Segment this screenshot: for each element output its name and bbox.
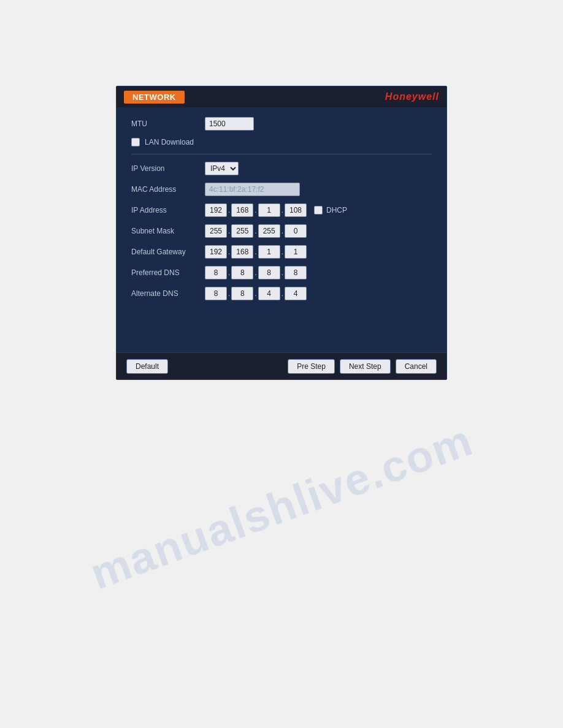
dhcp-row: DHCP [314, 206, 347, 214]
pdns-octet-3[interactable] [258, 266, 280, 279]
pre-step-button[interactable]: Pre Step [288, 359, 335, 374]
adns-dot-2: . [255, 289, 256, 298]
dhcp-checkbox[interactable] [314, 206, 323, 214]
adns-octet-4[interactable] [285, 287, 307, 300]
pdns-octet-4[interactable] [285, 266, 307, 279]
ip-dot-2: . [255, 206, 256, 214]
mtu-row: MTU [131, 117, 432, 131]
pdns-dot-1: . [228, 268, 230, 277]
watermark: manualshlive.com [84, 414, 480, 599]
title-bar: NETWORK Honeywell [117, 86, 446, 107]
pdns-dot-3: . [282, 268, 283, 277]
ip-octet-2[interactable] [231, 203, 253, 217]
gw-octet-3[interactable] [258, 245, 280, 259]
gw-dot-3: . [282, 248, 283, 256]
gateway-label: Default Gateway [131, 248, 205, 256]
subnet-octet-4[interactable] [285, 224, 307, 238]
ip-dot-3: . [282, 206, 283, 214]
brand-logo: Honeywell [385, 91, 439, 102]
mac-label: MAC Address [131, 185, 205, 194]
alt-dns-row: Alternate DNS . . . [131, 287, 432, 300]
subnet-dot-2: . [255, 227, 256, 235]
dhcp-label: DHCP [326, 206, 347, 214]
ip-octet-1[interactable] [205, 203, 227, 217]
gw-dot-1: . [228, 248, 230, 256]
ip-version-label: IP Version [131, 164, 205, 173]
pdns-octet-1[interactable] [205, 266, 227, 279]
subnet-octet-2[interactable] [231, 224, 253, 238]
adns-octet-2[interactable] [231, 287, 253, 300]
ip-octet-3[interactable] [258, 203, 280, 217]
mac-address-row: MAC Address [131, 183, 432, 196]
pdns-octet-2[interactable] [231, 266, 253, 279]
cancel-button[interactable]: Cancel [396, 359, 437, 374]
subnet-fields: . . . [205, 224, 307, 238]
next-step-button[interactable]: Next Step [340, 359, 391, 374]
subnet-octet-1[interactable] [205, 224, 227, 238]
alt-dns-fields: . . . [205, 287, 307, 300]
adns-octet-1[interactable] [205, 287, 227, 300]
ip-version-row: IP Version IPv4 [131, 162, 432, 175]
subnet-label: Subnet Mask [131, 227, 205, 235]
lan-download-row: LAN Download [131, 138, 432, 146]
gateway-row: Default Gateway . . . [131, 245, 432, 259]
adns-dot-1: . [228, 289, 230, 298]
mac-input [205, 183, 300, 196]
preferred-dns-row: Preferred DNS . . . [131, 266, 432, 279]
lan-download-label: LAN Download [145, 138, 194, 146]
dialog-content: MTU LAN Download IP Version IPv4 MAC Add… [117, 107, 446, 352]
mtu-input[interactable] [205, 117, 254, 131]
ip-dot-1: . [228, 206, 230, 214]
dialog-title: NETWORK [124, 91, 185, 104]
ip-address-row: IP Address . . . DHCP [131, 203, 432, 217]
subnet-dot-3: . [282, 227, 283, 235]
footer-left: Default [126, 359, 288, 374]
gw-octet-2[interactable] [231, 245, 253, 259]
gw-octet-1[interactable] [205, 245, 227, 259]
subnet-row: Subnet Mask . . . [131, 224, 432, 238]
lan-download-checkbox[interactable] [131, 138, 140, 146]
gw-dot-2: . [255, 248, 256, 256]
ip-octet-4[interactable] [285, 203, 307, 217]
subnet-octet-3[interactable] [258, 224, 280, 238]
network-dialog: NETWORK Honeywell MTU LAN Download IP Ve… [116, 86, 447, 380]
alt-dns-label: Alternate DNS [131, 289, 205, 298]
adns-dot-3: . [282, 289, 283, 298]
gateway-fields: . . . [205, 245, 307, 259]
default-button[interactable]: Default [126, 359, 168, 374]
preferred-dns-label: Preferred DNS [131, 268, 205, 277]
ip-version-select[interactable]: IPv4 [205, 162, 239, 175]
gw-octet-4[interactable] [285, 245, 307, 259]
preferred-dns-fields: . . . [205, 266, 307, 279]
ip-label: IP Address [131, 206, 205, 214]
mtu-label: MTU [131, 119, 205, 128]
adns-octet-3[interactable] [258, 287, 280, 300]
subnet-dot-1: . [228, 227, 230, 235]
ip-address-fields: . . . [205, 203, 307, 217]
dialog-footer: Default Pre Step Next Step Cancel [117, 352, 446, 379]
divider [131, 154, 432, 154]
footer-right: Pre Step Next Step Cancel [288, 359, 437, 374]
pdns-dot-2: . [255, 268, 256, 277]
